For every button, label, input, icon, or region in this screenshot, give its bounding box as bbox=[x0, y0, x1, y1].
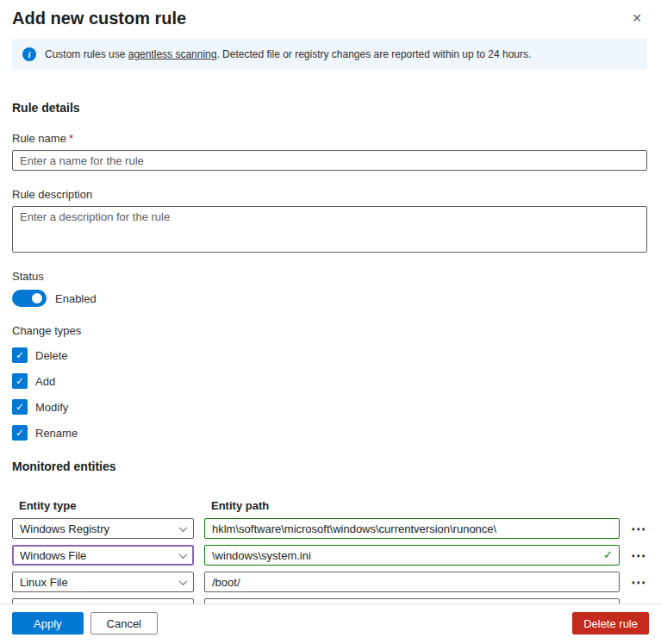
entity-row-2: Windows File ✓ ⋯ bbox=[12, 545, 647, 566]
info-banner-text: Custom rules use agentless scanning. Det… bbox=[45, 48, 531, 60]
entity-row-3: Linux File ⋯ bbox=[12, 572, 647, 592]
entity-type-column-header: Entity type bbox=[12, 499, 194, 512]
checkbox-checked-icon[interactable]: ✓ bbox=[12, 347, 28, 363]
change-type-row-rename[interactable]: ✓ Rename bbox=[12, 425, 647, 441]
entity-type-dropdown[interactable]: Linux File bbox=[12, 572, 194, 592]
entity-type-dropdown[interactable]: Windows Registry bbox=[12, 518, 194, 539]
entity-path-wrap bbox=[204, 518, 620, 539]
checkbox-label: Add bbox=[35, 375, 55, 388]
checkbox-label: Modify bbox=[35, 401, 68, 414]
checkbox-checked-icon[interactable]: ✓ bbox=[12, 425, 28, 441]
footer-action-bar: Apply Cancel Delete rule bbox=[0, 603, 661, 644]
checkbox-checked-icon[interactable]: ✓ bbox=[12, 399, 28, 415]
required-marker: * bbox=[69, 132, 73, 145]
cancel-button[interactable]: Cancel bbox=[90, 612, 158, 635]
more-options-icon[interactable]: ⋯ bbox=[630, 522, 647, 536]
checkbox-checked-icon[interactable]: ✓ bbox=[12, 373, 28, 389]
close-icon[interactable]: ✕ bbox=[627, 9, 647, 28]
change-type-row-modify[interactable]: ✓ Modify bbox=[12, 399, 647, 415]
more-options-icon[interactable]: ⋯ bbox=[630, 575, 647, 590]
dropdown-selected-value: Linux File bbox=[20, 576, 68, 589]
rule-name-label-text: Rule name bbox=[12, 132, 66, 145]
change-type-row-add[interactable]: ✓ Add bbox=[12, 373, 647, 389]
entity-path-input[interactable] bbox=[204, 518, 620, 539]
status-value: Enabled bbox=[55, 292, 97, 305]
toggle-knob-icon bbox=[32, 293, 42, 303]
dropdown-selected-value: Windows Registry bbox=[20, 522, 109, 535]
entity-path-wrap: ✓ bbox=[204, 545, 620, 566]
agentless-scanning-link[interactable]: agentless scanning bbox=[128, 48, 217, 60]
info-icon: i bbox=[22, 47, 36, 61]
page-title: Add new custom rule bbox=[12, 9, 186, 28]
change-type-row-delete[interactable]: ✓ Delete bbox=[12, 347, 647, 363]
valid-check-icon: ✓ bbox=[603, 548, 613, 561]
chevron-down-icon bbox=[179, 550, 188, 559]
entity-path-column-header: Entity path bbox=[204, 499, 620, 512]
rule-description-input[interactable] bbox=[12, 206, 647, 253]
dropdown-selected-value: Windows File bbox=[20, 549, 86, 562]
column-spacer bbox=[630, 499, 647, 512]
checkbox-label: Rename bbox=[35, 427, 78, 440]
delete-rule-button[interactable]: Delete rule bbox=[572, 612, 649, 635]
entity-type-dropdown[interactable]: Windows File bbox=[12, 545, 194, 566]
rule-name-input[interactable] bbox=[12, 150, 647, 171]
add-custom-rule-panel: Add new custom rule ✕ i Custom rules use… bbox=[0, 0, 661, 619]
entity-path-input[interactable] bbox=[204, 572, 620, 592]
more-options-icon[interactable]: ⋯ bbox=[630, 548, 647, 563]
rule-description-label: Rule description bbox=[12, 188, 647, 201]
panel-header: Add new custom rule ✕ bbox=[12, 9, 647, 28]
rule-name-label: Rule name* bbox=[12, 132, 647, 145]
entity-row-1: Windows Registry ⋯ bbox=[12, 518, 647, 539]
status-label: Status bbox=[12, 270, 647, 283]
status-row: Enabled bbox=[12, 290, 647, 307]
chevron-down-icon bbox=[179, 523, 188, 532]
change-types-label: Change types bbox=[12, 324, 647, 337]
rule-details-heading: Rule details bbox=[12, 101, 647, 115]
monitored-entities-heading: Monitored entities bbox=[12, 460, 647, 473]
entity-path-wrap bbox=[204, 572, 620, 592]
entity-path-input[interactable] bbox=[204, 545, 620, 566]
banner-text-after: . Detected file or registry changes are … bbox=[216, 48, 531, 60]
checkbox-label: Delete bbox=[35, 349, 68, 362]
banner-text-before: Custom rules use bbox=[45, 48, 128, 60]
status-toggle[interactable] bbox=[12, 290, 47, 307]
apply-button[interactable]: Apply bbox=[12, 612, 84, 635]
chevron-down-icon bbox=[179, 577, 188, 585]
info-banner: i Custom rules use agentless scanning. D… bbox=[12, 39, 647, 70]
entities-table-header: Entity type Entity path bbox=[12, 499, 647, 512]
